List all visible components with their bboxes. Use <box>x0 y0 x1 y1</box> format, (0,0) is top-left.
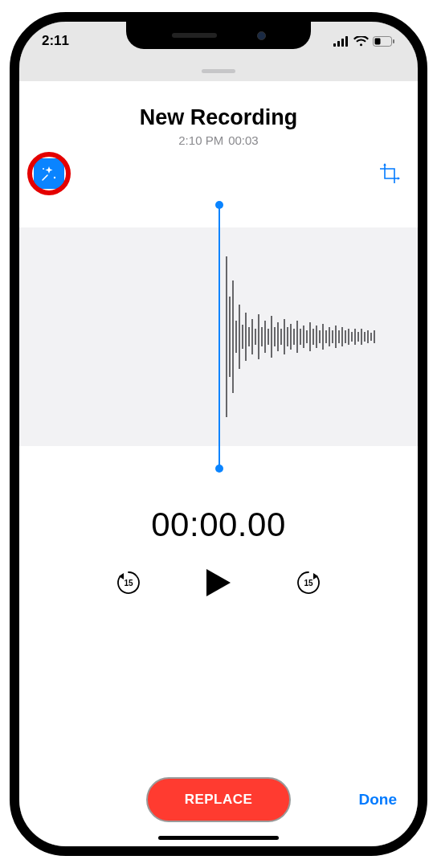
playhead[interactable] <box>218 205 220 469</box>
volume-down-button <box>10 279 12 335</box>
trim-button[interactable] <box>376 160 403 187</box>
svg-marker-61 <box>206 569 231 596</box>
skip-back-button[interactable]: 15 <box>112 567 145 599</box>
recording-title[interactable]: New Recording <box>19 105 418 130</box>
playback-controls: 15 15 <box>19 565 418 600</box>
skip-forward-button[interactable]: 15 <box>292 567 325 599</box>
play-button[interactable] <box>201 565 236 600</box>
svg-text:15: 15 <box>124 579 133 588</box>
skip-forward-15-icon: 15 <box>294 568 323 597</box>
speaker-grille <box>172 33 217 38</box>
svg-rect-5 <box>375 38 381 44</box>
done-button-label: Done <box>359 791 398 808</box>
svg-marker-11 <box>398 177 400 180</box>
enhance-recording-button[interactable] <box>34 158 64 189</box>
svg-rect-3 <box>345 36 348 47</box>
recording-editor-screen: New Recording 2:10 PM00:03 <box>19 81 418 846</box>
done-button[interactable]: Done <box>359 791 398 809</box>
svg-text:15: 15 <box>304 579 313 588</box>
recording-header: New Recording 2:10 PM00:03 <box>19 81 418 147</box>
recording-subtitle: 2:10 PM00:03 <box>19 133 418 147</box>
volume-up-button <box>10 211 12 267</box>
notch <box>126 22 311 49</box>
replace-button[interactable]: REPLACE <box>146 777 291 822</box>
front-camera <box>257 31 266 40</box>
sheet-grabber-area[interactable] <box>19 60 418 81</box>
playback-timer: 00:00.00 <box>19 506 418 544</box>
svg-marker-10 <box>383 163 386 166</box>
waveform-area[interactable] <box>19 200 418 473</box>
mute-switch <box>10 166 12 197</box>
play-icon <box>205 567 232 598</box>
phone-frame: 2:11 New Recording 2:10 PM00:03 <box>10 12 427 856</box>
home-indicator[interactable] <box>158 836 279 840</box>
svg-rect-1 <box>337 41 340 47</box>
sheet-grabber <box>202 69 235 73</box>
skip-back-15-icon: 15 <box>114 568 143 597</box>
replace-button-label: REPLACE <box>185 792 253 808</box>
tutorial-highlight-ring <box>27 152 71 195</box>
crop-icon <box>378 162 401 185</box>
cellular-icon <box>333 36 349 47</box>
battery-icon <box>373 36 395 47</box>
recording-duration: 00:03 <box>228 133 259 147</box>
editor-footer: REPLACE Done <box>19 777 418 822</box>
editor-toolbar <box>19 147 418 195</box>
svg-rect-2 <box>341 39 344 47</box>
svg-rect-6 <box>393 39 394 43</box>
recording-timestamp: 2:10 PM <box>178 133 223 147</box>
svg-rect-0 <box>333 43 336 47</box>
power-button <box>425 227 427 307</box>
wifi-icon <box>353 36 369 47</box>
status-time: 2:11 <box>42 33 69 49</box>
